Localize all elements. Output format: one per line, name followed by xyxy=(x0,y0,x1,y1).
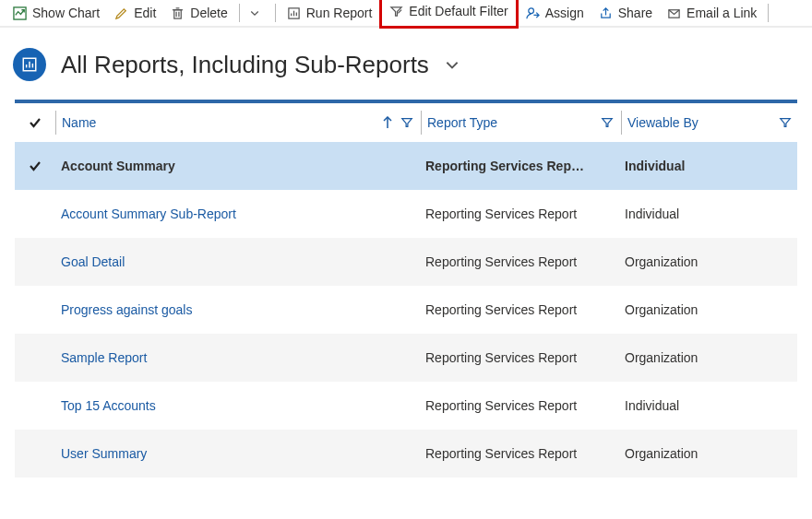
cell-type: Reporting Services Report xyxy=(420,446,619,461)
edit-default-filter-label: Edit Default Filter xyxy=(409,4,508,18)
show-chart-button[interactable]: Show Chart xyxy=(6,0,107,26)
report-entity-icon xyxy=(21,56,38,73)
report-link[interactable]: Top 15 Accounts xyxy=(61,398,156,413)
view-title[interactable]: All Reports, Including Sub-Reports xyxy=(61,51,429,79)
report-link[interactable]: Goal Detail xyxy=(61,254,125,269)
assign-label: Assign xyxy=(545,6,584,20)
run-report-label: Run Report xyxy=(306,6,373,20)
cell-type: Reporting Services Report xyxy=(420,254,619,269)
cell-type: Reporting Services Report xyxy=(420,350,619,365)
column-header-viewable[interactable]: Viewable By xyxy=(622,115,797,130)
svg-marker-19 xyxy=(603,119,613,127)
check-icon xyxy=(28,159,42,173)
svg-marker-18 xyxy=(402,119,412,127)
share-icon xyxy=(599,6,613,20)
cell-viewable: Organization xyxy=(619,446,797,461)
cell-type: Reporting Services Rep… xyxy=(420,159,619,173)
table-row[interactable]: Account SummaryReporting Services Rep…In… xyxy=(15,142,797,190)
cell-name: Account Summary xyxy=(55,159,420,173)
cell-name: Goal Detail xyxy=(55,254,420,269)
delete-label: Delete xyxy=(190,6,227,20)
edit-button[interactable]: Edit xyxy=(107,0,163,26)
table-row[interactable]: Progress against goalsReporting Services… xyxy=(15,286,797,334)
show-chart-label: Show Chart xyxy=(32,6,100,20)
report-icon xyxy=(287,6,301,20)
report-link[interactable]: Progress against goals xyxy=(61,302,192,317)
email-link-label: Email a Link xyxy=(687,6,757,20)
cell-viewable: Organization xyxy=(619,254,797,269)
report-link[interactable]: User Summary xyxy=(61,446,147,461)
row-check[interactable] xyxy=(15,159,55,173)
filter-icon[interactable] xyxy=(779,116,792,129)
cell-type: Reporting Services Report xyxy=(420,206,619,221)
chevron-down-icon[interactable] xyxy=(444,56,460,73)
trash-icon xyxy=(171,6,185,20)
cell-viewable: Organization xyxy=(619,302,797,317)
svg-marker-20 xyxy=(781,119,791,127)
divider xyxy=(275,4,276,22)
cell-name: Top 15 Accounts xyxy=(55,398,420,413)
cell-name: Account Summary Sub-Report xyxy=(55,206,420,221)
chevron-down-icon xyxy=(249,7,260,18)
table-row[interactable]: Top 15 AccountsReporting Services Report… xyxy=(15,382,797,430)
table-row[interactable]: Goal DetailReporting Services ReportOrga… xyxy=(15,238,797,286)
sort-asc-icon[interactable] xyxy=(382,116,393,129)
column-type-label: Report Type xyxy=(427,115,497,130)
command-bar: Show Chart Edit Delete Run Report Edit D… xyxy=(0,0,812,28)
cell-type: Reporting Services Report xyxy=(420,302,619,317)
grid: Name Report Type Viewable By Account Sum… xyxy=(15,100,797,478)
cell-name: User Summary xyxy=(55,446,420,461)
view-header: All Reports, Including Sub-Reports xyxy=(0,28,812,100)
delete-button[interactable]: Delete xyxy=(163,0,234,26)
cell-viewable: Individual xyxy=(619,206,797,221)
filter-icon[interactable] xyxy=(601,116,614,129)
svg-point-11 xyxy=(529,7,534,13)
column-viewable-label: Viewable By xyxy=(627,115,699,130)
highlighted-command: Edit Default Filter xyxy=(379,0,518,29)
table-row[interactable]: Sample ReportReporting Services ReportOr… xyxy=(15,334,797,382)
divider xyxy=(768,4,769,22)
cell-viewable: Individual xyxy=(619,398,797,413)
delete-more-button[interactable] xyxy=(244,0,271,26)
table-row[interactable]: Account Summary Sub-ReportReporting Serv… xyxy=(15,190,797,238)
divider xyxy=(239,4,240,22)
report-link[interactable]: Account Summary xyxy=(61,159,175,173)
table-row[interactable]: User SummaryReporting Services ReportOrg… xyxy=(15,430,797,478)
assign-icon xyxy=(526,6,540,20)
cell-type: Reporting Services Report xyxy=(420,398,619,413)
run-report-button[interactable]: Run Report xyxy=(280,0,380,26)
assign-button[interactable]: Assign xyxy=(519,0,591,26)
entity-icon xyxy=(13,48,46,81)
email-icon xyxy=(667,6,681,20)
cell-name: Sample Report xyxy=(55,350,420,365)
filter-edit-icon xyxy=(389,5,403,18)
chart-icon xyxy=(13,6,27,20)
grid-header: Name Report Type Viewable By xyxy=(15,103,797,142)
cell-viewable: Individual xyxy=(619,159,797,173)
column-header-name[interactable]: Name xyxy=(56,115,421,130)
cell-name: Progress against goals xyxy=(55,302,420,317)
share-button[interactable]: Share xyxy=(591,0,660,26)
pencil-icon xyxy=(114,6,128,20)
cell-viewable: Organization xyxy=(619,350,797,365)
share-label: Share xyxy=(618,6,652,20)
column-name-label: Name xyxy=(62,115,96,130)
grid-container: Name Report Type Viewable By Account Sum… xyxy=(0,100,812,478)
column-header-type[interactable]: Report Type xyxy=(422,115,621,130)
edit-label: Edit xyxy=(134,6,156,20)
report-link[interactable]: Account Summary Sub-Report xyxy=(61,206,236,221)
report-link[interactable]: Sample Report xyxy=(61,350,147,365)
svg-rect-1 xyxy=(174,9,182,18)
edit-default-filter-button[interactable]: Edit Default Filter xyxy=(382,0,515,26)
email-link-button[interactable]: Email a Link xyxy=(660,0,764,26)
check-icon xyxy=(28,115,42,130)
grid-body: Account SummaryReporting Services Rep…In… xyxy=(15,142,797,478)
filter-icon[interactable] xyxy=(400,116,413,129)
column-select-all[interactable] xyxy=(15,115,55,130)
